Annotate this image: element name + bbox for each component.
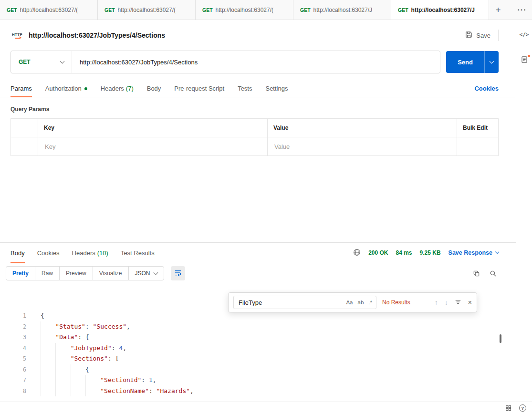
network-globe-icon[interactable] xyxy=(353,248,361,258)
search-field: Aa ab .* xyxy=(233,296,376,309)
request-title: http://localhost:63027/JobTypes/4/Sectio… xyxy=(29,31,165,39)
add-tab-button[interactable]: + xyxy=(489,0,507,20)
panes-layout-icon[interactable] xyxy=(505,405,511,411)
match-case-toggle[interactable]: Aa xyxy=(346,300,353,305)
json-colon: : xyxy=(141,376,149,383)
regex-toggle[interactable]: .* xyxy=(368,300,372,305)
view-visualize-button[interactable]: Visualize xyxy=(93,267,129,280)
tab-tests-label: Tests xyxy=(238,85,252,92)
documentation-icon[interactable] xyxy=(521,56,528,65)
request-tab-5-active[interactable]: GET http://localhost:63027/J xyxy=(391,0,489,20)
help-icon[interactable]: ? xyxy=(519,404,526,412)
response-view-switcher: Pretty Raw Preview Visualize JSON xyxy=(6,266,164,280)
request-tab-3[interactable]: GET http://localhost:63027/( xyxy=(196,0,293,20)
authorization-set-dot xyxy=(84,87,87,90)
tab-pre-request-script-label: Pre-request Script xyxy=(174,85,224,92)
search-options-icon[interactable] xyxy=(455,299,461,307)
main-area: HTTP http://localhost:63027/JobTypes/4/S… xyxy=(0,20,516,402)
json-key: "JobTypeId" xyxy=(71,344,112,352)
copy-response-icon[interactable] xyxy=(473,270,480,277)
value-column-header: Value xyxy=(268,119,457,137)
line-number: 2 xyxy=(0,321,26,332)
json-comma: , xyxy=(126,323,130,330)
format-select-label: JSON xyxy=(135,270,150,277)
tab-headers-label: Headers xyxy=(101,85,124,92)
json-value: { xyxy=(85,333,89,341)
line-number: 3 xyxy=(0,332,26,343)
bulk-edit-button[interactable]: Bulk Edit xyxy=(457,119,498,137)
response-meta: 200 OK 84 ms 9.25 KB Save Response xyxy=(353,248,499,258)
json-colon: : xyxy=(108,355,115,362)
json-value: 1 xyxy=(149,376,153,383)
save-response-button[interactable]: Save Response xyxy=(449,249,499,256)
line-number: 5 xyxy=(0,353,26,364)
indent xyxy=(41,343,71,354)
response-tab-test-results-label: Test Results xyxy=(121,249,155,257)
tab-tests[interactable]: Tests xyxy=(238,80,252,97)
tab-body[interactable]: Body xyxy=(147,80,161,97)
tab-method-label: GET xyxy=(202,7,213,13)
next-match-button[interactable]: ↓ xyxy=(445,299,448,306)
view-pretty-button[interactable]: Pretty xyxy=(6,267,35,280)
tab-method-label: GET xyxy=(7,7,17,13)
code-snippet-icon[interactable]: </> xyxy=(520,31,529,38)
tab-method-label: GET xyxy=(300,7,311,13)
method-select[interactable]: GET xyxy=(11,51,72,73)
send-button[interactable]: Send xyxy=(446,51,484,73)
response-tab-headers-label: Headers xyxy=(72,249,95,257)
tab-authorization[interactable]: Authorization xyxy=(45,80,87,97)
wrap-lines-toggle[interactable] xyxy=(171,266,185,280)
response-tab-cookies[interactable]: Cookies xyxy=(37,243,60,263)
search-response-icon[interactable] xyxy=(490,270,497,277)
tab-url-label: http://localhost:63027/J xyxy=(313,7,372,13)
tab-url-label: http://localhost:63027/( xyxy=(20,7,78,13)
value-input[interactable] xyxy=(273,143,451,151)
status-bar: ? xyxy=(0,402,532,414)
key-input[interactable] xyxy=(44,143,261,151)
value-cell xyxy=(268,137,457,155)
json-comma: , xyxy=(123,344,126,352)
tab-authorization-label: Authorization xyxy=(45,85,82,92)
previous-match-button[interactable]: ↑ xyxy=(435,299,438,306)
find-in-response-popover: Aa ab .* No Results ↑ ↓ × xyxy=(228,292,477,312)
search-nav: ↑ ↓ × xyxy=(435,299,472,307)
chevron-down-icon xyxy=(153,270,158,275)
tab-url-label: http://localhost:63027/J xyxy=(411,7,475,13)
tab-params-label: Params xyxy=(10,85,32,92)
indent xyxy=(41,332,55,343)
cookies-link[interactable]: Cookies xyxy=(474,85,499,92)
tab-method-label: GET xyxy=(398,7,408,13)
tab-headers[interactable]: Headers (7) xyxy=(101,80,134,97)
response-tab-body[interactable]: Body xyxy=(10,243,25,263)
tab-params[interactable]: Params xyxy=(10,80,32,97)
format-select[interactable]: JSON xyxy=(129,267,164,280)
code-line: 6 { xyxy=(0,364,508,375)
json-colon: : xyxy=(85,323,93,330)
row-selector-cell xyxy=(11,137,38,155)
save-button[interactable]: Save xyxy=(465,30,499,41)
request-tab-2[interactable]: GET http://localhost:63027/( xyxy=(98,0,196,20)
json-value: { xyxy=(41,312,44,319)
save-icon xyxy=(465,31,472,40)
indent xyxy=(41,353,71,364)
whole-word-toggle[interactable]: ab xyxy=(358,300,364,305)
save-response-label: Save Response xyxy=(449,249,492,256)
url-input[interactable] xyxy=(72,51,440,73)
request-subtabs: Params Authorization Headers (7) Body Pr… xyxy=(0,80,516,97)
response-tab-headers[interactable]: Headers (10) xyxy=(72,243,108,263)
key-column-header: Key xyxy=(38,119,268,137)
close-search-icon[interactable]: × xyxy=(468,299,472,306)
tab-settings[interactable]: Settings xyxy=(265,80,288,97)
more-tabs-button[interactable]: ··· xyxy=(512,0,532,20)
send-options-button[interactable] xyxy=(484,51,499,73)
view-raw-button[interactable]: Raw xyxy=(35,267,60,280)
tab-pre-request-script[interactable]: Pre-request Script xyxy=(174,80,224,97)
right-sidebar: </> xyxy=(516,20,532,402)
json-key: "Sections" xyxy=(71,355,108,362)
request-tab-4[interactable]: GET http://localhost:63027/J xyxy=(293,0,391,20)
view-preview-button[interactable]: Preview xyxy=(60,267,93,280)
response-tab-test-results[interactable]: Test Results xyxy=(121,243,155,263)
request-tab-1[interactable]: GET http://localhost:63027/( xyxy=(0,0,98,20)
response-scrollbar[interactable] xyxy=(500,334,501,343)
search-input[interactable] xyxy=(238,299,341,307)
